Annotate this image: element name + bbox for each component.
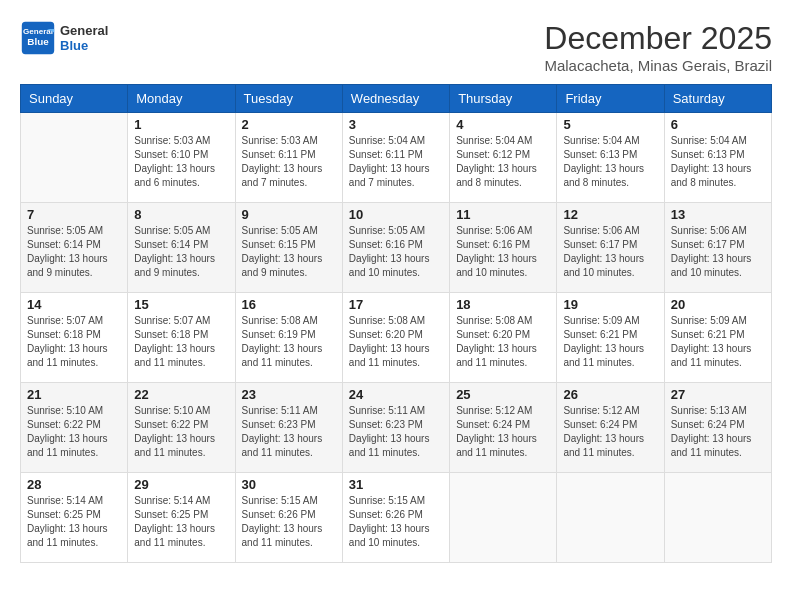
day-number: 23 <box>242 387 336 402</box>
day-info: Sunrise: 5:05 AM Sunset: 6:15 PM Dayligh… <box>242 224 336 280</box>
day-number: 29 <box>134 477 228 492</box>
calendar-table: SundayMondayTuesdayWednesdayThursdayFrid… <box>20 84 772 563</box>
day-info: Sunrise: 5:04 AM Sunset: 6:11 PM Dayligh… <box>349 134 443 190</box>
day-info: Sunrise: 5:03 AM Sunset: 6:10 PM Dayligh… <box>134 134 228 190</box>
calendar-day-cell: 27Sunrise: 5:13 AM Sunset: 6:24 PM Dayli… <box>664 383 771 473</box>
day-info: Sunrise: 5:08 AM Sunset: 6:19 PM Dayligh… <box>242 314 336 370</box>
calendar-day-cell: 3Sunrise: 5:04 AM Sunset: 6:11 PM Daylig… <box>342 113 449 203</box>
calendar-day-cell: 6Sunrise: 5:04 AM Sunset: 6:13 PM Daylig… <box>664 113 771 203</box>
day-info: Sunrise: 5:15 AM Sunset: 6:26 PM Dayligh… <box>349 494 443 550</box>
calendar-day-cell: 11Sunrise: 5:06 AM Sunset: 6:16 PM Dayli… <box>450 203 557 293</box>
svg-text:General: General <box>23 27 53 36</box>
day-of-week-saturday: Saturday <box>664 85 771 113</box>
calendar-day-cell: 22Sunrise: 5:10 AM Sunset: 6:22 PM Dayli… <box>128 383 235 473</box>
logo: General Blue General Blue <box>20 20 108 56</box>
day-number: 5 <box>563 117 657 132</box>
calendar-day-cell: 15Sunrise: 5:07 AM Sunset: 6:18 PM Dayli… <box>128 293 235 383</box>
day-info: Sunrise: 5:10 AM Sunset: 6:22 PM Dayligh… <box>134 404 228 460</box>
day-of-week-thursday: Thursday <box>450 85 557 113</box>
day-info: Sunrise: 5:06 AM Sunset: 6:17 PM Dayligh… <box>563 224 657 280</box>
day-info: Sunrise: 5:04 AM Sunset: 6:13 PM Dayligh… <box>671 134 765 190</box>
calendar-day-cell: 19Sunrise: 5:09 AM Sunset: 6:21 PM Dayli… <box>557 293 664 383</box>
calendar-day-cell: 12Sunrise: 5:06 AM Sunset: 6:17 PM Dayli… <box>557 203 664 293</box>
calendar-day-cell: 28Sunrise: 5:14 AM Sunset: 6:25 PM Dayli… <box>21 473 128 563</box>
day-info: Sunrise: 5:09 AM Sunset: 6:21 PM Dayligh… <box>671 314 765 370</box>
day-info: Sunrise: 5:03 AM Sunset: 6:11 PM Dayligh… <box>242 134 336 190</box>
month-title: December 2025 <box>544 20 772 57</box>
day-number: 27 <box>671 387 765 402</box>
day-of-week-wednesday: Wednesday <box>342 85 449 113</box>
day-info: Sunrise: 5:06 AM Sunset: 6:16 PM Dayligh… <box>456 224 550 280</box>
day-number: 12 <box>563 207 657 222</box>
day-number: 21 <box>27 387 121 402</box>
day-of-week-tuesday: Tuesday <box>235 85 342 113</box>
day-info: Sunrise: 5:10 AM Sunset: 6:22 PM Dayligh… <box>27 404 121 460</box>
svg-text:Blue: Blue <box>27 36 49 47</box>
day-number: 1 <box>134 117 228 132</box>
calendar-day-cell: 9Sunrise: 5:05 AM Sunset: 6:15 PM Daylig… <box>235 203 342 293</box>
day-number: 30 <box>242 477 336 492</box>
day-info: Sunrise: 5:05 AM Sunset: 6:14 PM Dayligh… <box>134 224 228 280</box>
day-number: 18 <box>456 297 550 312</box>
calendar-day-cell: 8Sunrise: 5:05 AM Sunset: 6:14 PM Daylig… <box>128 203 235 293</box>
day-number: 19 <box>563 297 657 312</box>
day-number: 25 <box>456 387 550 402</box>
calendar-day-cell: 29Sunrise: 5:14 AM Sunset: 6:25 PM Dayli… <box>128 473 235 563</box>
logo-icon: General Blue <box>20 20 56 56</box>
calendar-day-cell: 2Sunrise: 5:03 AM Sunset: 6:11 PM Daylig… <box>235 113 342 203</box>
day-info: Sunrise: 5:08 AM Sunset: 6:20 PM Dayligh… <box>456 314 550 370</box>
calendar-week-row: 14Sunrise: 5:07 AM Sunset: 6:18 PM Dayli… <box>21 293 772 383</box>
day-info: Sunrise: 5:09 AM Sunset: 6:21 PM Dayligh… <box>563 314 657 370</box>
day-number: 14 <box>27 297 121 312</box>
day-number: 16 <box>242 297 336 312</box>
day-number: 13 <box>671 207 765 222</box>
calendar-header-row: SundayMondayTuesdayWednesdayThursdayFrid… <box>21 85 772 113</box>
day-info: Sunrise: 5:11 AM Sunset: 6:23 PM Dayligh… <box>242 404 336 460</box>
day-info: Sunrise: 5:15 AM Sunset: 6:26 PM Dayligh… <box>242 494 336 550</box>
day-number: 11 <box>456 207 550 222</box>
calendar-day-cell: 4Sunrise: 5:04 AM Sunset: 6:12 PM Daylig… <box>450 113 557 203</box>
day-number: 4 <box>456 117 550 132</box>
logo-blue: Blue <box>60 38 108 53</box>
day-info: Sunrise: 5:04 AM Sunset: 6:12 PM Dayligh… <box>456 134 550 190</box>
logo-general: General <box>60 23 108 38</box>
day-of-week-sunday: Sunday <box>21 85 128 113</box>
calendar-day-cell: 26Sunrise: 5:12 AM Sunset: 6:24 PM Dayli… <box>557 383 664 473</box>
day-of-week-friday: Friday <box>557 85 664 113</box>
day-number: 15 <box>134 297 228 312</box>
calendar-day-cell: 14Sunrise: 5:07 AM Sunset: 6:18 PM Dayli… <box>21 293 128 383</box>
day-number: 20 <box>671 297 765 312</box>
calendar-day-cell: 24Sunrise: 5:11 AM Sunset: 6:23 PM Dayli… <box>342 383 449 473</box>
calendar-day-cell: 21Sunrise: 5:10 AM Sunset: 6:22 PM Dayli… <box>21 383 128 473</box>
day-number: 22 <box>134 387 228 402</box>
calendar-day-cell: 17Sunrise: 5:08 AM Sunset: 6:20 PM Dayli… <box>342 293 449 383</box>
calendar-day-cell: 20Sunrise: 5:09 AM Sunset: 6:21 PM Dayli… <box>664 293 771 383</box>
calendar-day-cell: 31Sunrise: 5:15 AM Sunset: 6:26 PM Dayli… <box>342 473 449 563</box>
day-info: Sunrise: 5:11 AM Sunset: 6:23 PM Dayligh… <box>349 404 443 460</box>
calendar-day-cell: 30Sunrise: 5:15 AM Sunset: 6:26 PM Dayli… <box>235 473 342 563</box>
calendar-day-cell: 16Sunrise: 5:08 AM Sunset: 6:19 PM Dayli… <box>235 293 342 383</box>
location-subtitle: Malacacheta, Minas Gerais, Brazil <box>544 57 772 74</box>
calendar-week-row: 7Sunrise: 5:05 AM Sunset: 6:14 PM Daylig… <box>21 203 772 293</box>
day-number: 24 <box>349 387 443 402</box>
day-info: Sunrise: 5:12 AM Sunset: 6:24 PM Dayligh… <box>563 404 657 460</box>
calendar-day-cell <box>664 473 771 563</box>
day-info: Sunrise: 5:05 AM Sunset: 6:14 PM Dayligh… <box>27 224 121 280</box>
day-info: Sunrise: 5:04 AM Sunset: 6:13 PM Dayligh… <box>563 134 657 190</box>
calendar-day-cell: 1Sunrise: 5:03 AM Sunset: 6:10 PM Daylig… <box>128 113 235 203</box>
calendar-day-cell: 5Sunrise: 5:04 AM Sunset: 6:13 PM Daylig… <box>557 113 664 203</box>
calendar-day-cell: 13Sunrise: 5:06 AM Sunset: 6:17 PM Dayli… <box>664 203 771 293</box>
day-info: Sunrise: 5:14 AM Sunset: 6:25 PM Dayligh… <box>27 494 121 550</box>
day-info: Sunrise: 5:12 AM Sunset: 6:24 PM Dayligh… <box>456 404 550 460</box>
calendar-day-cell: 25Sunrise: 5:12 AM Sunset: 6:24 PM Dayli… <box>450 383 557 473</box>
page-header: General Blue General Blue December 2025 … <box>20 20 772 74</box>
calendar-day-cell <box>450 473 557 563</box>
day-of-week-monday: Monday <box>128 85 235 113</box>
title-block: December 2025 Malacacheta, Minas Gerais,… <box>544 20 772 74</box>
calendar-week-row: 21Sunrise: 5:10 AM Sunset: 6:22 PM Dayli… <box>21 383 772 473</box>
day-number: 7 <box>27 207 121 222</box>
day-info: Sunrise: 5:13 AM Sunset: 6:24 PM Dayligh… <box>671 404 765 460</box>
calendar-day-cell: 18Sunrise: 5:08 AM Sunset: 6:20 PM Dayli… <box>450 293 557 383</box>
day-number: 17 <box>349 297 443 312</box>
day-number: 3 <box>349 117 443 132</box>
